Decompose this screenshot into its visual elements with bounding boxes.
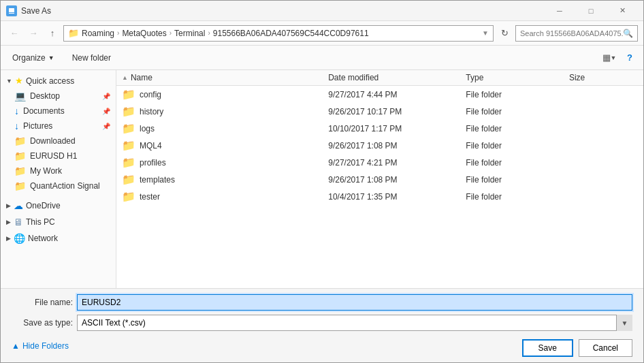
eurusd-icon: 📁 bbox=[14, 151, 26, 161]
sidebar-item-quantaction[interactable]: 📁 QuantAction Signal bbox=[1, 178, 116, 193]
folder-icon: 📁 bbox=[122, 88, 135, 101]
file-name: profiles bbox=[140, 158, 166, 168]
file-date: 9/27/2017 4:21 PM bbox=[328, 158, 466, 168]
file-type: File folder bbox=[466, 90, 569, 99]
file-type: File folder bbox=[466, 192, 569, 202]
file-date: 9/26/2017 1:08 PM bbox=[328, 175, 466, 185]
table-row[interactable]: 📁 tester 10/4/2017 1:35 PM File folder bbox=[116, 188, 643, 205]
sidebar-mywork-label: My Work bbox=[30, 166, 62, 176]
window-controls: ─ □ ✕ bbox=[544, 1, 638, 21]
path-dropdown-arrow: ▼ bbox=[482, 29, 489, 37]
file-name: tester bbox=[140, 192, 160, 202]
table-row[interactable]: 📁 history 9/26/2017 10:17 PM File folder bbox=[116, 103, 643, 120]
file-type: File folder bbox=[466, 158, 569, 168]
downloaded-icon: 📁 bbox=[14, 136, 26, 146]
path-roaming: Roaming bbox=[82, 29, 114, 38]
minimize-button[interactable]: ─ bbox=[544, 1, 575, 21]
close-button[interactable]: ✕ bbox=[607, 1, 638, 21]
search-box: 🔍 bbox=[515, 25, 638, 42]
up-button[interactable]: ↑ bbox=[44, 25, 61, 42]
hide-folders-button[interactable]: ▲ Hide Folders bbox=[12, 341, 69, 351]
sidebar-thispc-header[interactable]: ▶ 🖥 This PC bbox=[1, 214, 116, 230]
save-as-type-select[interactable]: ASCII Text (*.csv) bbox=[77, 315, 632, 331]
file-type: File folder bbox=[466, 175, 569, 185]
sidebar-item-documents[interactable]: ↓ Documents 📌 bbox=[1, 104, 116, 119]
address-path[interactable]: 📁 Roaming › MetaQuotes › Terminal › 9155… bbox=[63, 25, 494, 42]
toolbar: Organize ▼ New folder ▦ ▼ ? bbox=[1, 46, 643, 70]
file-date: 9/27/2017 4:44 PM bbox=[328, 90, 466, 99]
sidebar-item-eurusd[interactable]: 📁 EURUSD H1 bbox=[1, 148, 116, 163]
path-id: 915566BA06ADA407569C544CC0D97611 bbox=[213, 29, 369, 38]
sidebar-network-header[interactable]: ▶ 🌐 Network bbox=[1, 230, 116, 247]
chevron-right-icon: ▶ bbox=[6, 202, 11, 209]
chevron-right-network: ▶ bbox=[6, 235, 11, 242]
thispc-icon: 🖥 bbox=[14, 217, 23, 227]
table-row[interactable]: 📁 MQL4 9/26/2017 1:08 PM File folder bbox=[116, 137, 643, 154]
sort-up-icon: ▲ bbox=[122, 74, 128, 81]
svg-rect-1 bbox=[9, 8, 14, 12]
table-row[interactable]: 📁 profiles 9/27/2017 4:21 PM File folder bbox=[116, 154, 643, 171]
sidebar-documents-label: Documents bbox=[23, 106, 65, 116]
sidebar-item-mywork[interactable]: 📁 My Work bbox=[1, 163, 116, 178]
forward-button[interactable]: → bbox=[25, 25, 42, 42]
sidebar: ▼ ★ Quick access 💻 Desktop 📌 ↓ Documents… bbox=[1, 70, 116, 288]
folder-icon: 📁 bbox=[122, 105, 135, 118]
chevron-down-icon: ▼ bbox=[6, 78, 12, 84]
sidebar-quick-access-label: Quick access bbox=[26, 76, 74, 86]
maximize-button[interactable]: □ bbox=[575, 1, 607, 21]
sidebar-quantaction-label: QuantAction Signal bbox=[30, 181, 100, 191]
sidebar-network-label: Network bbox=[28, 234, 58, 243]
chevron-up-icon: ▲ bbox=[12, 341, 20, 351]
pin-icon-docs: 📌 bbox=[102, 108, 110, 115]
bottom-area: File name: Save as type: ASCII Text (*.c… bbox=[1, 288, 643, 362]
help-button[interactable]: ? bbox=[622, 50, 638, 66]
table-row[interactable]: 📁 templates 9/26/2017 1:08 PM File folde… bbox=[116, 171, 643, 188]
organize-label: Organize bbox=[12, 53, 46, 63]
table-row[interactable]: 📁 config 9/27/2017 4:44 PM File folder bbox=[116, 86, 643, 103]
filename-row: File name: bbox=[12, 294, 632, 311]
hide-folders-row: ▲ Hide Folders Save Cancel bbox=[12, 335, 632, 357]
file-date: 9/26/2017 10:17 PM bbox=[328, 107, 466, 116]
sidebar-item-desktop[interactable]: 💻 Desktop 📌 bbox=[1, 89, 116, 104]
cancel-button[interactable]: Cancel bbox=[579, 339, 632, 357]
sidebar-eurusd-label: EURUSD H1 bbox=[30, 151, 77, 161]
pin-icon: 📌 bbox=[102, 93, 110, 100]
search-icon: 🔍 bbox=[623, 29, 633, 38]
sidebar-quick-access-header[interactable]: ▼ ★ Quick access bbox=[1, 73, 116, 89]
save-button[interactable]: Save bbox=[522, 339, 573, 357]
back-button[interactable]: ← bbox=[6, 25, 22, 42]
dialog-icon bbox=[6, 5, 17, 16]
sidebar-onedrive-header[interactable]: ▶ ☁ OneDrive bbox=[1, 198, 116, 214]
view-button[interactable]: ▦ ▼ bbox=[600, 50, 619, 66]
help-icon: ? bbox=[627, 52, 632, 63]
header-date-modified[interactable]: Date modified bbox=[328, 73, 466, 82]
sidebar-item-pictures[interactable]: ↓ Pictures 📌 bbox=[1, 119, 116, 133]
organize-button[interactable]: Organize ▼ bbox=[6, 50, 61, 65]
dialog-title: Save As bbox=[21, 6, 544, 16]
path-metaquotes: MetaQuotes bbox=[122, 29, 166, 38]
view-icon: ▦ bbox=[602, 52, 611, 63]
file-list: ▲ Name Date modified Type Size 📁 config … bbox=[116, 70, 643, 288]
sidebar-onedrive-label: OneDrive bbox=[26, 201, 61, 210]
organize-chevron: ▼ bbox=[48, 54, 54, 61]
star-icon: ★ bbox=[15, 76, 23, 86]
header-size[interactable]: Size bbox=[569, 73, 638, 82]
header-name[interactable]: ▲ Name bbox=[122, 73, 328, 82]
save-as-type-wrapper: ASCII Text (*.csv) ▼ bbox=[77, 315, 632, 331]
file-date: 10/4/2017 1:35 PM bbox=[328, 192, 466, 202]
file-name-input[interactable] bbox=[77, 294, 632, 311]
chevron-right-thispc: ▶ bbox=[6, 219, 11, 225]
file-type: File folder bbox=[466, 141, 569, 151]
search-input[interactable] bbox=[520, 29, 623, 37]
table-row[interactable]: 📁 logs 10/10/2017 1:17 PM File folder bbox=[116, 120, 643, 137]
refresh-button[interactable]: ↻ bbox=[496, 25, 513, 42]
file-name: history bbox=[140, 107, 163, 116]
saveastype-row: Save as type: ASCII Text (*.csv) ▼ bbox=[12, 315, 632, 331]
title-bar: Save As ─ □ ✕ bbox=[1, 1, 643, 21]
folder-icon: 📁 bbox=[122, 173, 135, 186]
sidebar-item-downloaded[interactable]: 📁 Downloaded bbox=[1, 133, 116, 148]
header-type[interactable]: Type bbox=[466, 73, 569, 82]
desktop-icon: 💻 bbox=[14, 91, 26, 101]
view-chevron: ▼ bbox=[611, 54, 617, 61]
new-folder-button[interactable]: New folder bbox=[66, 50, 117, 65]
